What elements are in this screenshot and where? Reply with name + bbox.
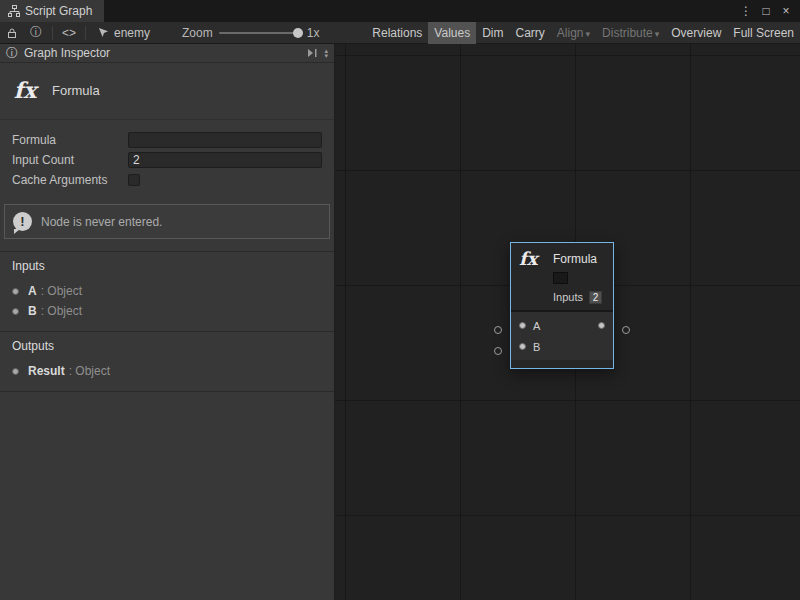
formula-label: Formula	[12, 133, 128, 147]
result-port-dot[interactable]	[598, 322, 605, 329]
result-port-outer-circle[interactable]	[622, 326, 630, 334]
formula-input[interactable]	[128, 132, 322, 148]
carry-button[interactable]: Carry	[510, 22, 551, 44]
zoom-value[interactable]: 1x	[307, 26, 320, 40]
node-inputs-row: Inputs 2	[553, 290, 613, 304]
input-count-field-row: Input Count	[12, 150, 322, 170]
port-b-outer-circle[interactable]	[494, 347, 502, 355]
formula-node[interactable]: fx Formula Inputs 2 A B	[510, 242, 614, 369]
outputs-section: Outputs Result : Object	[0, 331, 334, 392]
maximize-icon[interactable]: □	[758, 2, 774, 20]
dim-button[interactable]: Dim	[476, 22, 509, 44]
inspector-header: ⓘ Graph Inspector ▴ ▾	[0, 44, 334, 63]
tab-label: Script Graph	[25, 4, 92, 18]
relations-button[interactable]: Relations	[366, 22, 428, 44]
titlebar: Script Graph ⋮ □ ×	[0, 0, 800, 22]
warning-box: ! Node is never entered.	[4, 204, 330, 239]
align-dropdown[interactable]: Align▾	[551, 22, 596, 44]
cache-arguments-field-row: Cache Arguments	[12, 170, 322, 190]
fullscreen-button[interactable]: Full Screen	[727, 22, 800, 44]
zoom-label: Zoom	[182, 26, 213, 40]
inspector-title: Graph Inspector	[24, 46, 110, 60]
fx-icon: fx	[519, 248, 553, 269]
info-icon[interactable]: ⓘ	[24, 22, 48, 44]
zoom-control: Zoom 1x	[182, 26, 319, 40]
cache-arguments-checkbox[interactable]	[128, 174, 140, 186]
list-item: A : Object	[12, 281, 322, 301]
toolbar-buttons: Relations Values Dim Carry Align▾ Distri…	[366, 22, 800, 44]
node-input-count[interactable]: 2	[589, 291, 602, 304]
graph-name: enemy	[114, 26, 150, 40]
window-menu-icon[interactable]: ⋮	[738, 2, 754, 20]
zoom-slider-handle[interactable]	[293, 28, 303, 38]
input-count-label: Input Count	[12, 153, 128, 167]
panel-spinner-icon[interactable]: ▴ ▾	[324, 48, 330, 58]
port-b-dot[interactable]	[519, 343, 526, 350]
node-header: fx Formula	[511, 243, 613, 270]
port-dot-icon	[12, 288, 19, 295]
window-controls: ⋮ □ ×	[738, 0, 800, 22]
port-row-a: A	[511, 315, 613, 336]
node-title: Formula	[553, 252, 597, 266]
unit-header: fx Formula	[0, 63, 334, 120]
warning-text: Node is never entered.	[41, 215, 162, 229]
script-graph-icon	[8, 5, 20, 17]
graph-inspector-panel: ⓘ Graph Inspector ▴ ▾ fx Formula Formula…	[0, 44, 335, 600]
lock-icon[interactable]	[0, 22, 24, 44]
unit-title: Formula	[52, 83, 100, 98]
port-dot-icon	[12, 308, 19, 315]
input-count-input[interactable]	[128, 152, 322, 168]
chevron-down-icon: ▾	[586, 29, 591, 39]
list-item: B : Object	[12, 301, 322, 321]
port-a-dot[interactable]	[519, 322, 526, 329]
overview-button[interactable]: Overview	[665, 22, 727, 44]
distribute-dropdown[interactable]: Distribute▾	[596, 22, 665, 44]
node-ports: A B	[511, 312, 613, 360]
warning-icon: !	[13, 212, 32, 231]
graph-toolbar: ⓘ <> enemy Zoom 1x Relations Values Dim …	[0, 22, 800, 44]
close-icon[interactable]: ×	[778, 2, 794, 20]
port-dot-icon	[12, 368, 19, 375]
dock-panel-icon[interactable]	[306, 47, 318, 59]
chevron-down-icon: ▾	[655, 29, 660, 39]
graph-canvas[interactable]: fx Formula Inputs 2 A B	[335, 44, 800, 600]
graph-pointer-icon	[98, 27, 109, 38]
fx-icon: fx	[10, 77, 40, 103]
port-a-outer-circle[interactable]	[494, 326, 502, 334]
info-icon: ⓘ	[6, 45, 18, 62]
list-item: Result : Object	[12, 361, 322, 381]
toolbar-divider	[85, 26, 86, 40]
formula-field-row: Formula	[12, 130, 322, 150]
node-footer	[511, 360, 613, 368]
unit-fields: Formula Input Count Cache Arguments	[0, 120, 334, 194]
code-view-icon[interactable]: <>	[57, 22, 81, 44]
graph-breadcrumb[interactable]: enemy	[90, 26, 158, 40]
inputs-section: Inputs A : Object B : Object	[0, 251, 334, 331]
zoom-slider[interactable]	[219, 32, 301, 34]
cache-arguments-label: Cache Arguments	[12, 173, 128, 187]
toolbar-divider	[52, 26, 53, 40]
tab-script-graph[interactable]: Script Graph	[0, 0, 104, 22]
port-row-b: B	[511, 336, 613, 357]
node-inputs-label: Inputs	[553, 291, 583, 303]
node-formula-field[interactable]	[553, 272, 568, 284]
values-button[interactable]: Values	[428, 22, 476, 44]
outputs-header: Outputs	[12, 339, 322, 353]
inputs-header: Inputs	[12, 259, 322, 273]
